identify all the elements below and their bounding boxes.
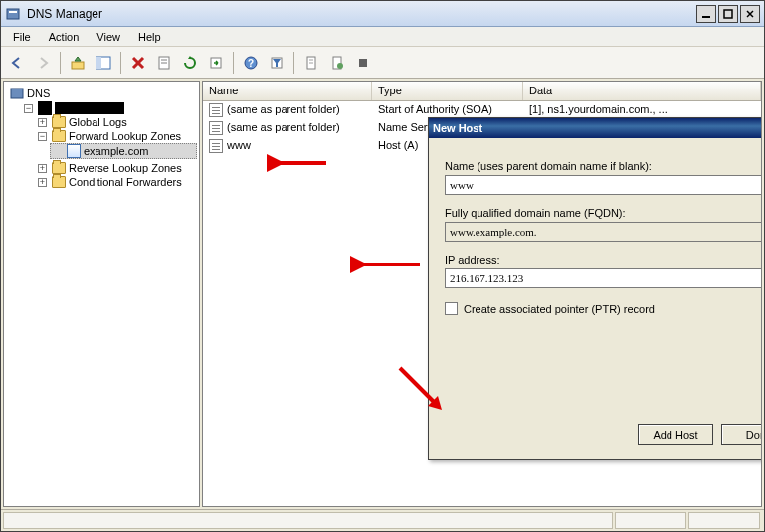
col-header-type[interactable]: Type: [372, 82, 523, 100]
delete-button[interactable]: [126, 51, 150, 75]
status-cell: [688, 512, 760, 529]
dns-root-icon: [10, 87, 24, 100]
fqdn-input: [445, 222, 762, 242]
folder-icon: [52, 162, 66, 174]
tree-server[interactable]: −: [22, 101, 197, 115]
svg-rect-0: [7, 9, 19, 19]
ptr-checkbox-row[interactable]: Create associated pointer (PTR) record: [445, 302, 762, 315]
zone-icon: [67, 144, 81, 158]
dialog-titlebar: New Host ✕: [429, 118, 762, 138]
forward-button[interactable]: [31, 51, 55, 75]
maximize-button[interactable]: [718, 5, 738, 23]
collapse-icon[interactable]: −: [24, 104, 33, 113]
fqdn-label: Fully qualified domain name (FQDN):: [445, 207, 762, 219]
svg-rect-6: [72, 62, 84, 69]
ptr-checkbox[interactable]: [445, 302, 458, 315]
svg-rect-8: [96, 57, 101, 69]
tree-server-label: [55, 102, 124, 114]
record-icon: [209, 103, 223, 117]
folder-icon: [52, 116, 66, 128]
menubar: File Action View Help: [1, 27, 764, 47]
statusbar: [1, 509, 764, 531]
svg-rect-3: [724, 10, 732, 18]
menu-view[interactable]: View: [89, 29, 128, 45]
ptr-label: Create associated pointer (PTR) record: [464, 303, 655, 315]
record-icon: [209, 139, 223, 153]
ip-input[interactable]: [445, 268, 762, 288]
new-record-button[interactable]: [299, 51, 323, 75]
done-button[interactable]: Done: [721, 424, 762, 445]
status-cell: [3, 512, 613, 529]
svg-rect-24: [11, 89, 23, 98]
export-button[interactable]: [204, 51, 228, 75]
expand-icon[interactable]: +: [38, 118, 47, 127]
minimize-button[interactable]: [696, 5, 716, 23]
new-host-dialog: New Host ✕ Name (uses parent domain name…: [428, 117, 762, 460]
svg-rect-23: [359, 59, 367, 67]
col-header-data[interactable]: Data: [523, 82, 761, 100]
tree-zone-example[interactable]: example.com: [50, 143, 197, 159]
close-button[interactable]: [740, 5, 760, 23]
tree-fwd-label: Forward Lookup Zones: [69, 130, 181, 142]
expand-icon[interactable]: +: [38, 178, 47, 187]
tree-root-label: DNS: [27, 88, 50, 99]
dialog-title: New Host: [433, 122, 762, 134]
record-icon: [209, 121, 223, 135]
collapse-icon[interactable]: −: [38, 132, 47, 141]
properties-button[interactable]: [152, 51, 176, 75]
dns-manager-window: DNS Manager File Action View Help: [0, 0, 765, 532]
tree-rev-label: Reverse Lookup Zones: [69, 162, 182, 174]
toolbar: ?: [1, 47, 764, 79]
show-hide-tree-button[interactable]: [92, 51, 115, 75]
back-button[interactable]: [5, 51, 29, 75]
tree-pane[interactable]: DNS −: [3, 81, 200, 507]
name-input[interactable]: [445, 175, 762, 195]
tree-cond-label: Conditional Forwarders: [69, 176, 182, 188]
menu-help[interactable]: Help: [130, 29, 169, 45]
add-host-button[interactable]: Add Host: [638, 424, 713, 445]
svg-text:?: ?: [248, 58, 254, 69]
folder-icon: [52, 176, 66, 188]
name-label: Name (uses parent domain name if blank):: [445, 160, 762, 172]
menu-action[interactable]: Action: [41, 29, 88, 45]
tree-forward-zones[interactable]: − Forward Lookup Zones: [36, 130, 197, 142]
titlebar: DNS Manager: [1, 1, 764, 27]
ip-label: IP address:: [445, 254, 762, 266]
tree-global-logs[interactable]: + Global Logs: [36, 116, 197, 128]
list-pane[interactable]: Name Type Data (same as parent folder) S…: [202, 81, 762, 507]
filter-button[interactable]: [265, 51, 288, 75]
annotation-arrow: [350, 253, 430, 276]
list-header: Name Type Data: [203, 82, 761, 101]
stop-button[interactable]: [351, 51, 375, 75]
svg-rect-2: [702, 16, 710, 18]
svg-rect-1: [9, 11, 17, 13]
help-button[interactable]: ?: [239, 51, 263, 75]
col-header-name[interactable]: Name: [203, 82, 372, 100]
refresh-button[interactable]: [178, 51, 202, 75]
status-cell: [615, 512, 686, 529]
new-zone-button[interactable]: [325, 51, 349, 75]
server-icon: [38, 101, 52, 115]
tree-global-logs-label: Global Logs: [69, 116, 127, 128]
expand-icon[interactable]: +: [38, 164, 47, 173]
menu-file[interactable]: File: [5, 29, 39, 45]
tree-reverse-zones[interactable]: + Reverse Lookup Zones: [36, 162, 197, 174]
tree-conditional-fwd[interactable]: + Conditional Forwarders: [36, 176, 197, 188]
svg-point-22: [337, 63, 343, 69]
app-icon: [5, 6, 21, 22]
tree-zone-label: example.com: [84, 145, 148, 157]
folder-icon: [52, 130, 66, 142]
window-title: DNS Manager: [27, 7, 696, 21]
up-button[interactable]: [66, 51, 90, 75]
tree-root-dns[interactable]: DNS: [8, 87, 197, 100]
